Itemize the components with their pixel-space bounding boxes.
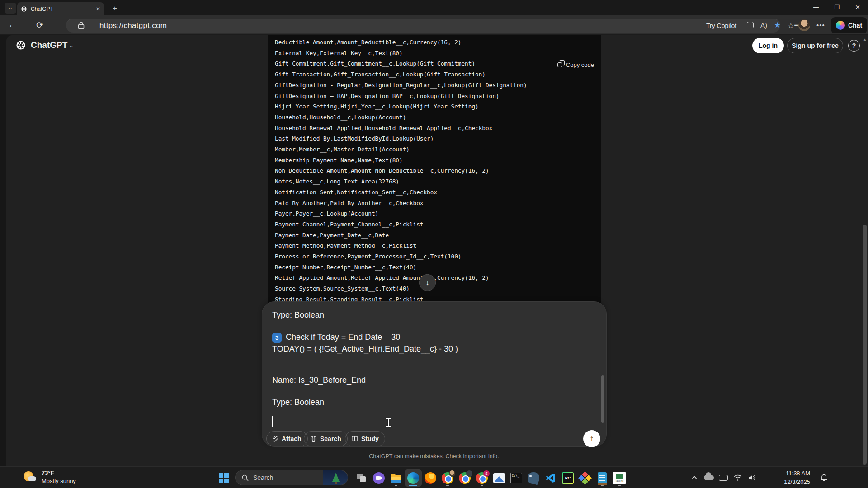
read-aloud-icon[interactable]: A) — [760, 21, 767, 29]
web-search-label: Search — [320, 435, 341, 442]
copilot-icon[interactable] — [747, 22, 754, 28]
favorites-bar-icon[interactable]: ☆≡ — [788, 21, 798, 30]
onedrive-icon[interactable] — [702, 469, 716, 486]
notepad-icon — [598, 472, 607, 484]
chatgpt-brand[interactable]: ChatGPT — [31, 40, 67, 50]
pycharm-button[interactable]: PC — [559, 469, 576, 487]
notification-bell-icon[interactable] — [816, 469, 831, 486]
attach-button[interactable]: Attach — [266, 431, 308, 446]
browser-tab[interactable]: ChatGPT ✕ — [17, 2, 104, 15]
help-button[interactable]: ? — [848, 40, 860, 52]
start-button[interactable] — [215, 469, 232, 487]
browser-titlebar: ⌄ ChatGPT ✕ + — ❐ ✕ — [0, 0, 868, 15]
taskpro-button[interactable]: TaskPro — [611, 469, 628, 487]
study-button[interactable]: Study — [345, 431, 385, 446]
back-button[interactable]: ← — [8, 20, 17, 30]
diagram-app-button[interactable] — [576, 469, 594, 487]
touch-keyboard-icon[interactable] — [716, 469, 731, 486]
code-line: Payer,Payer__c,Lookup(Account) — [275, 208, 601, 219]
video-chat-app-button[interactable] — [370, 469, 387, 487]
model-chevron-down-icon[interactable]: ⌄ — [69, 42, 74, 49]
taskbar-clock[interactable]: 11:38 AM 12/3/2025 — [769, 469, 810, 486]
settings-more-icon[interactable]: ••• — [816, 21, 825, 29]
composer-text-type-1: Type: Boolean — [272, 310, 324, 320]
url-text[interactable]: https://chatgpt.com — [99, 21, 167, 30]
code-line: External_Key,External_Key__c,Text(80) — [275, 48, 601, 59]
chrome-icon: S — [476, 472, 488, 484]
chrome-profile-1-button[interactable] — [439, 469, 456, 487]
message-composer[interactable]: Type: Boolean 3 Check if Today = End Dat… — [262, 301, 607, 447]
scrollbar-up-arrow-icon[interactable]: ▲ — [863, 38, 867, 42]
copy-code-label: Copy code — [566, 61, 594, 68]
signup-button[interactable]: Sign up for free — [787, 38, 843, 53]
address-bar[interactable] — [66, 19, 780, 33]
code-line: Non-Deductible Amount,Amount_Non_Deducti… — [275, 165, 601, 176]
bookmark-star-icon[interactable]: ★ — [774, 20, 781, 30]
edge-icon — [407, 472, 419, 484]
send-button[interactable]: ↑ — [583, 430, 600, 447]
taskbar-search-box[interactable]: Search — [235, 470, 348, 485]
task-view-icon — [357, 474, 366, 483]
page-content: ChatGPT ⌄ Log in Sign up for free ? Dedu… — [0, 35, 868, 466]
search-icon — [242, 474, 249, 481]
mouse-ibeam-cursor — [386, 418, 391, 428]
copy-code-button[interactable]: Copy code — [557, 61, 594, 68]
firefox-button[interactable] — [422, 469, 439, 487]
openai-logo-icon — [15, 40, 26, 51]
refresh-button[interactable]: ⟳ — [36, 20, 43, 30]
code-line: Relief Applied Amount,Relief_Applied_Amo… — [275, 272, 601, 283]
new-tab-button[interactable]: + — [109, 4, 120, 14]
code-line: GiftDesignation - Regular,Designation_Re… — [275, 80, 601, 91]
taskbar: 73°F Mostly sunny Search — [0, 466, 868, 488]
profile-avatar[interactable] — [798, 19, 810, 31]
weather-icon[interactable] — [23, 470, 37, 484]
weather-temp[interactable]: 73°F — [42, 469, 54, 476]
composer-text-name: Name: Is_30_Before_End — [272, 375, 366, 385]
scroll-to-bottom-button[interactable]: ↓ — [419, 274, 436, 291]
code-line: Member,Member__c,Master-Detail(Account) — [275, 144, 601, 155]
chrome-profile-3-button[interactable]: S — [473, 469, 491, 487]
task-view-button[interactable] — [353, 469, 370, 487]
composer-text-check: Check if Today = End Date – 30 — [286, 333, 400, 342]
tray-chevron-up-icon[interactable] — [687, 469, 702, 486]
scrollbar-thumb[interactable] — [863, 225, 867, 465]
edge-browser-button[interactable] — [405, 469, 422, 487]
window-minimize-button[interactable]: — — [806, 0, 826, 15]
keycap-3-emoji: 3 — [272, 333, 282, 343]
web-search-button[interactable]: Search — [304, 431, 348, 446]
code-line: Gift Commitment,Gift_Commitment__c,Looku… — [275, 58, 601, 69]
code-line: Payment Date,Payment_Date__c,Date — [275, 230, 601, 241]
postgresql-button[interactable] — [525, 469, 542, 487]
tab-search-chevron-icon[interactable]: ⌄ — [5, 3, 16, 14]
vscode-button[interactable] — [542, 469, 559, 487]
file-explorer-button[interactable] — [387, 469, 405, 487]
openai-favicon-icon — [21, 6, 27, 12]
chrome-icon — [442, 472, 453, 484]
copy-icon — [557, 62, 562, 67]
code-line: GiftDesignation – BAP,Designation_BAP__c… — [275, 91, 601, 102]
window-close-button[interactable]: ✕ — [847, 0, 868, 15]
try-copilot-label[interactable]: Try Copilot — [706, 22, 736, 29]
search-highlight-image — [323, 470, 348, 485]
volume-icon[interactable] — [745, 469, 760, 486]
copilot-chat-button[interactable]: Chat — [831, 17, 867, 33]
notepad-button[interactable] — [594, 469, 611, 487]
diamond-logo-icon — [579, 472, 591, 484]
chrome-profile-badge — [466, 470, 472, 477]
wifi-icon[interactable] — [731, 469, 745, 486]
window-restore-button[interactable]: ❐ — [826, 0, 847, 15]
composer-scrollbar-thumb[interactable] — [601, 375, 604, 423]
login-button[interactable]: Log in — [752, 38, 784, 53]
weather-condition[interactable]: Mostly sunny — [42, 478, 76, 484]
lock-icon — [78, 21, 85, 29]
chrome-profile-s-badge: S — [483, 470, 490, 477]
page-scrollbar[interactable]: ▲ — [862, 35, 868, 466]
code-line: Receipt Number,Receipt_Number__c,Text(40… — [275, 262, 601, 273]
video-chat-icon — [373, 472, 385, 484]
tab-close-icon[interactable]: ✕ — [96, 6, 100, 12]
code-line: Membership Payment Name,Name,Text(80) — [275, 155, 601, 166]
chrome-profile-2-button[interactable] — [456, 469, 473, 487]
terminal-button[interactable]: C:\_ — [508, 469, 525, 487]
book-icon — [351, 436, 358, 442]
photos-app-button[interactable] — [491, 469, 508, 487]
